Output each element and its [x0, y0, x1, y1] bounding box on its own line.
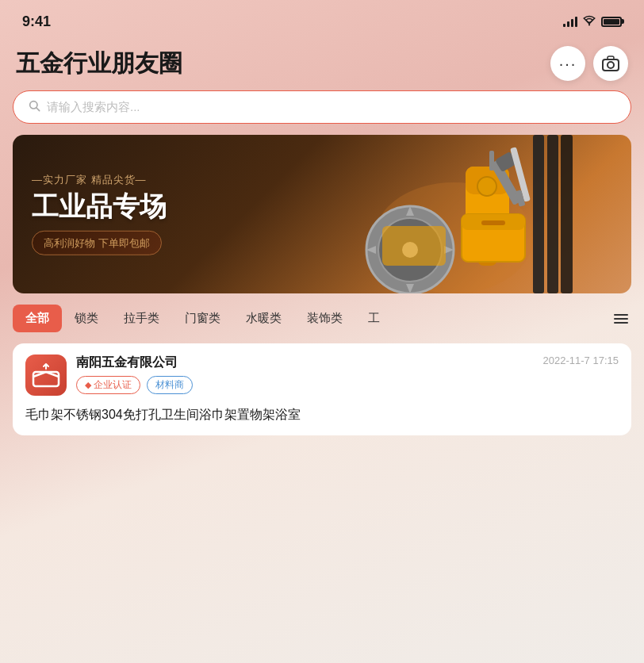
svg-line-5: [36, 108, 40, 111]
svg-rect-30: [33, 372, 59, 386]
dots-icon: ···: [559, 55, 577, 73]
post-meta: 南阳五金有限公司 ◆ 企业认证 材料商: [76, 354, 534, 394]
battery-icon: [601, 17, 622, 27]
signal-icon: [563, 16, 577, 27]
banner-badge-text: 高利润好物 下单即包邮: [44, 237, 150, 249]
post-card: 南阳五金有限公司 ◆ 企业认证 材料商 2022-11-7 17:15 毛巾架不…: [13, 343, 631, 435]
status-icons: [563, 15, 622, 29]
company-avatar: [25, 354, 67, 396]
banner: —实力厂家 精品尖货— 工业品专场 高利润好物 下单即包邮: [13, 135, 631, 293]
category-tabs: 全部 锁类 拉手类 门窗类 水暖类 装饰类 工: [0, 305, 644, 332]
search-placeholder: 请输入搜索内容...: [47, 100, 140, 115]
svg-rect-27: [533, 135, 544, 293]
post-time: 2022-11-7 17:15: [543, 354, 619, 366]
menu-line-3: [614, 322, 628, 324]
status-time: 9:41: [22, 13, 51, 30]
banner-content: —实力厂家 精品尖货— 工业品专场 高利润好物 下单即包邮: [32, 173, 167, 255]
badge-certified: ◆ 企业认证: [76, 376, 140, 394]
tab-plumbing[interactable]: 水暖类: [233, 305, 294, 332]
badge-supplier: 材料商: [147, 376, 193, 394]
category-menu-button[interactable]: [611, 309, 631, 328]
camera-icon: [602, 56, 619, 71]
post-content: 毛巾架不锈钢304免打孔卫生间浴巾架置物架浴室: [25, 405, 619, 424]
wifi-icon: [582, 15, 596, 29]
header: 五金行业朋友圈 ···: [0, 40, 644, 90]
svg-rect-3: [608, 56, 614, 59]
tab-tools[interactable]: 工: [355, 305, 393, 332]
post-badges: ◆ 企业认证 材料商: [76, 376, 534, 394]
page-title: 五金行业朋友圈: [16, 48, 182, 80]
status-bar: 9:41: [0, 0, 644, 40]
post-header: 南阳五金有限公司 ◆ 企业认证 材料商 2022-11-7 17:15: [25, 354, 619, 396]
svg-rect-28: [547, 135, 558, 293]
menu-line-2: [614, 318, 628, 320]
svg-rect-29: [561, 135, 573, 293]
search-bar[interactable]: 请输入搜索内容...: [13, 90, 631, 124]
search-container: 请输入搜索内容...: [0, 90, 644, 135]
menu-line-1: [614, 314, 628, 316]
banner-subtitle: —实力厂家 精品尖货—: [32, 173, 167, 187]
tab-decor[interactable]: 装饰类: [294, 305, 355, 332]
camera-button[interactable]: [593, 46, 628, 81]
banner-title: 工业品专场: [32, 192, 167, 221]
company-name: 南阳五金有限公司: [76, 354, 534, 371]
tab-locks[interactable]: 锁类: [62, 305, 111, 332]
tab-handles[interactable]: 拉手类: [111, 305, 172, 332]
more-button[interactable]: ···: [550, 46, 585, 81]
banner-image: [291, 135, 631, 293]
diamond-icon: ◆: [85, 380, 91, 390]
banner-badge: 高利润好物 下单即包邮: [32, 231, 162, 255]
svg-point-19: [477, 177, 496, 196]
tab-all[interactable]: 全部: [13, 305, 62, 332]
header-actions: ···: [550, 46, 628, 81]
svg-rect-26: [481, 220, 505, 225]
tools-illustration: [351, 135, 573, 293]
svg-point-0: [588, 24, 590, 25]
tab-doors[interactable]: 门窗类: [172, 305, 233, 332]
svg-rect-14: [382, 226, 446, 266]
svg-point-2: [608, 62, 614, 68]
search-icon: [28, 99, 40, 115]
